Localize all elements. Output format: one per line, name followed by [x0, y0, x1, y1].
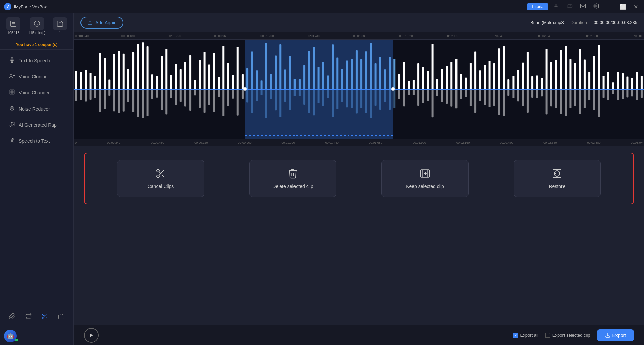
keep-selected-button[interactable]: Keep selected clip [381, 160, 469, 197]
svg-point-19 [42, 314, 44, 316]
user-avatar: 🤖 [4, 330, 17, 342]
svg-rect-85 [213, 90, 215, 112]
user-icon[interactable] [551, 2, 561, 11]
svg-rect-14 [12, 92, 14, 94]
content-spacer [74, 211, 644, 325]
tutorial-button[interactable]: Tutorial [527, 3, 548, 10]
svg-rect-154 [379, 57, 381, 89]
main-layout: 105413 115 min(s) 1 [0, 13, 644, 345]
settings-icon[interactable] [591, 2, 601, 11]
svg-rect-30 [85, 70, 87, 89]
svg-rect-245 [593, 90, 595, 110]
export-options: ✓ Export all Export selected clip Export [513, 329, 634, 341]
svg-rect-100 [251, 51, 253, 89]
export-selected-checkbox[interactable] [545, 333, 550, 338]
sidebar-item-voice-cloning[interactable]: Voice Cloning [3, 69, 71, 84]
svg-rect-142 [351, 59, 353, 89]
svg-rect-186 [455, 59, 457, 89]
svg-rect-68 [175, 64, 177, 89]
add-again-button[interactable]: Add Again [80, 17, 123, 29]
svg-rect-225 [546, 90, 548, 115]
svg-rect-110 [275, 55, 277, 89]
svg-rect-74 [189, 55, 191, 89]
svg-rect-152 [375, 63, 377, 89]
svg-rect-3 [567, 5, 572, 7]
count-icon [53, 17, 67, 30]
svg-rect-206 [503, 46, 505, 89]
sidebar-item-voice-changer[interactable]: Voice Changer [3, 85, 71, 100]
export-all-checkbox[interactable]: ✓ [513, 333, 518, 338]
cancel-clips-button[interactable]: Cancel Clips [117, 160, 204, 197]
scissors-icon[interactable] [39, 312, 51, 323]
sidebar-item-noise-reducer[interactable]: Noise Reducer [3, 101, 71, 117]
speech-to-text-label: Speech to Text [19, 138, 50, 144]
delete-selected-button[interactable]: Delete selected clip [249, 160, 336, 197]
svg-point-17 [10, 125, 11, 127]
mail-icon[interactable] [578, 2, 588, 11]
svg-rect-35 [94, 90, 96, 98]
sidebar-item-speech-to-text[interactable]: Speech to Text [3, 133, 71, 149]
briefcase-icon[interactable] [55, 312, 67, 323]
attachment-icon[interactable] [6, 312, 18, 323]
film-keep-icon [420, 168, 430, 179]
svg-rect-26 [75, 71, 77, 89]
maximize-button[interactable]: ⬜ [618, 3, 628, 11]
svg-rect-202 [493, 63, 495, 89]
svg-rect-232 [565, 46, 567, 89]
svg-rect-257 [622, 90, 624, 99]
coupon-text: You have 1 coupon(s) [16, 42, 58, 47]
timeline-ruler-top: 00:00.240 00:00.480 00:00.720 00:00.960 … [74, 32, 644, 40]
svg-rect-113 [279, 90, 281, 117]
svg-rect-116 [289, 56, 291, 89]
svg-rect-103 [256, 90, 258, 101]
voice-cloning-label: Voice Cloning [19, 74, 48, 79]
svg-rect-239 [579, 90, 581, 114]
svg-rect-46 [123, 54, 125, 89]
stat-mins: 115 min(s) [28, 17, 46, 35]
svg-point-4 [570, 6, 571, 6]
svg-rect-255 [617, 90, 619, 100]
svg-rect-123 [303, 90, 305, 105]
sidebar-item-ai-generated-rap[interactable]: AI Generated Rap [3, 117, 71, 133]
add-again-label: Add Again [95, 20, 117, 25]
restore-button[interactable]: Restore [514, 160, 601, 197]
svg-rect-91 [227, 90, 229, 106]
svg-rect-96 [241, 74, 244, 89]
titlebar-right: Tutorial [527, 2, 640, 11]
play-button[interactable] [84, 328, 99, 343]
svg-rect-90 [227, 63, 229, 89]
waveform-selection-bottom [245, 135, 393, 136]
svg-line-23 [44, 315, 45, 316]
export-all-checkbox-label[interactable]: ✓ Export all [513, 333, 538, 338]
close-button[interactable]: ✕ [632, 3, 640, 11]
waveform-handle-right[interactable] [391, 87, 395, 91]
svg-rect-57 [147, 90, 149, 116]
svg-rect-138 [341, 69, 343, 89]
svg-rect-173 [422, 90, 424, 104]
waveform-canvas[interactable] [74, 40, 644, 139]
svg-rect-58 [151, 74, 153, 89]
svg-rect-55 [142, 90, 144, 118]
waveform-area[interactable]: 00:00.240 00:00.480 00:00.720 00:00.960 … [74, 32, 644, 146]
svg-rect-165 [403, 90, 405, 106]
svg-rect-197 [479, 90, 481, 101]
game-icon[interactable] [565, 2, 575, 11]
svg-rect-105 [261, 90, 263, 95]
export-selected-checkbox-label[interactable]: Export selected clip [545, 333, 590, 338]
svg-rect-54 [142, 42, 144, 89]
sidebar-item-text-to-speech[interactable]: Text to Speech [3, 53, 71, 68]
trash-icon [287, 168, 298, 179]
loop-icon[interactable] [22, 312, 35, 323]
minimize-button[interactable]: — [605, 3, 614, 10]
svg-rect-121 [299, 90, 301, 96]
waveform-handle-left[interactable] [243, 87, 247, 91]
svg-rect-246 [598, 45, 600, 89]
sidebar: 105413 115 min(s) 1 [0, 13, 74, 345]
svg-marker-276 [90, 333, 93, 337]
svg-rect-76 [194, 80, 196, 89]
svg-rect-157 [384, 90, 386, 102]
svg-rect-134 [332, 44, 334, 89]
svg-text:V: V [7, 5, 9, 9]
titlebar: V iMyFone VoxBox Tutorial [0, 0, 644, 13]
export-button[interactable]: Export [597, 329, 634, 341]
